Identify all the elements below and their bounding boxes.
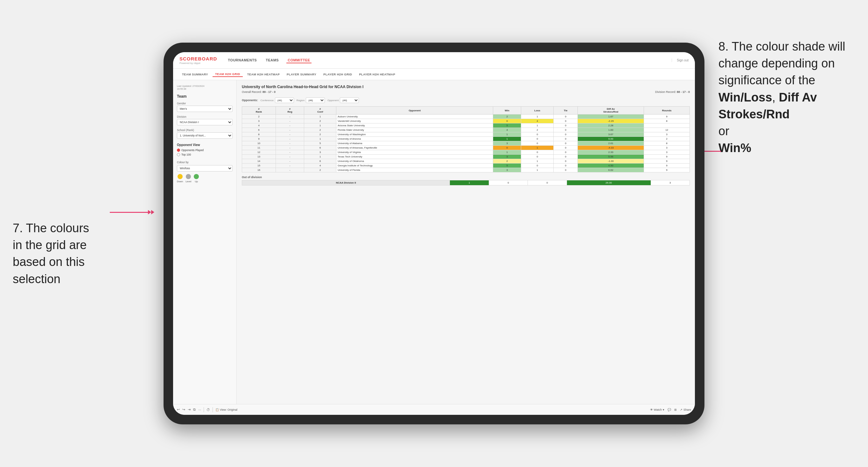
nav-committee[interactable]: COMMITTEE	[286, 58, 311, 63]
view-label: 📋 View: Original	[215, 408, 237, 411]
forward-icon[interactable]: ⇥	[188, 407, 191, 412]
logo-text: SCOREBOARD	[180, 56, 217, 61]
level-dot	[186, 174, 191, 179]
top-nav: SCOREBOARD Powered by clippd TOURNAMENTS…	[173, 52, 695, 69]
radio-top100[interactable]: Top 100	[177, 153, 232, 156]
left-annotation-arrow	[110, 210, 154, 214]
clock-icon[interactable]: ⏱	[207, 408, 210, 412]
out-of-division-label: Out of division	[242, 176, 690, 179]
table-header-row: #Rank #Reg #Conf Opponent Win Loss Tie D…	[242, 106, 690, 115]
table-row: 10 - 5 University of Alabama 3 0 0 2.61 …	[242, 141, 690, 146]
watch-button[interactable]: 👁 Watch ▾	[650, 408, 664, 411]
table-row: 12 - 3 University of Virginia 1 0 0 2.33…	[242, 150, 690, 155]
sub-tab-team-summary[interactable]: TEAM SUMMARY	[180, 72, 211, 77]
grid-icon[interactable]: ⊞	[674, 408, 677, 411]
share-button[interactable]: ↗ Share	[680, 408, 691, 411]
table-row: 3 - 2 Vanderbilt University 0 4 0 -2.29 …	[242, 119, 690, 123]
table-row: 4 - 1 Arizona State University 5 1 0 2.2…	[242, 123, 690, 128]
filter-row: Opponents: Conference (All) Region (All)…	[242, 97, 690, 103]
gender-label: Gender	[177, 102, 232, 105]
annotation-right: 8. The colour shade will change dependin…	[718, 38, 859, 157]
conference-select[interactable]: (All)	[275, 97, 294, 103]
col-rank: #Rank	[242, 106, 276, 115]
annotation-left: 7. The colours in the grid are based on …	[13, 220, 102, 288]
sub-tab-team-h2h-heatmap[interactable]: TEAM H2H HEATMAP	[245, 72, 282, 77]
col-rounds: Rounds	[644, 106, 690, 115]
colour-legend: Down Level Up	[177, 174, 232, 183]
nav-tournaments[interactable]: TOURNAMENTS	[226, 58, 258, 63]
undo-icon[interactable]: ↩	[177, 407, 180, 412]
col-opponent: Opponent	[336, 106, 493, 115]
legend-up: Up	[194, 174, 199, 183]
copy-icon[interactable]: ⧉	[193, 407, 196, 412]
col-conf: #Conf	[304, 106, 336, 115]
main-content: Last Updated: 27/03/2024 16:55:38 Team G…	[173, 80, 695, 404]
radio-dot-opponents	[177, 149, 180, 152]
col-tie: Tie	[554, 106, 578, 115]
radio-dot-top100	[177, 153, 180, 156]
sub-tab-player-summary[interactable]: PLAYER SUMMARY	[284, 72, 319, 77]
col-diff: Diff AvStrokes/Rnd	[578, 106, 644, 115]
region-filter: Region (All)	[297, 97, 325, 103]
table-row: 13 - 1 Texas Tech University 3 0 0 5.56 …	[242, 155, 690, 159]
division-record: Division Record: 88 - 17 - 0	[655, 90, 690, 94]
bottom-toolbar: ↩ ↪ ⇥ ⧉ ··· ⏱ 📋 View: Original 👁 Watch ▾…	[173, 404, 695, 415]
region-select[interactable]: (All)	[306, 97, 325, 103]
last-updated: Last Updated: 27/03/2024 16:55:38	[177, 85, 232, 90]
col-reg: #Reg	[276, 106, 304, 115]
colour-by-select[interactable]: Win/loss	[177, 165, 232, 172]
nav-teams[interactable]: TEAMS	[265, 58, 280, 63]
table-row: 11 - 6 University of Arkansas, Fayettevi…	[242, 146, 690, 150]
sub-tab-player-h2h-heatmap[interactable]: PLAYER H2H HEATMAP	[356, 72, 398, 77]
logo-sub: Powered by clippd	[180, 62, 217, 65]
logo-area: SCOREBOARD Powered by clippd	[180, 56, 217, 65]
conference-filter: Conference (All)	[260, 97, 294, 103]
toolbar-right: 👁 Watch ▾ 💬 ⊞ ↗ Share	[650, 408, 691, 411]
sub-nav: TEAM SUMMARY TEAM H2H GRID TEAM H2H HEAT…	[173, 69, 695, 80]
grid-title: University of North Carolina Head-to-Hea…	[242, 85, 690, 89]
more-icon[interactable]: ···	[198, 408, 201, 412]
table-row: 15 - 4 Georgia Institute of Technology 5…	[242, 163, 690, 168]
table-row: 16 - 2 University of Florida 3 1 0 6.62 …	[242, 168, 690, 173]
table-row: 14 - 6 University of Oklahoma 2 1 0 -1.0…	[242, 159, 690, 163]
opponent-filter: Opponent (All)	[328, 97, 359, 103]
filter-opponents-label: Opponents:	[242, 99, 258, 102]
table-row: 8 - 2 University of Washington 1 0 0 3.6…	[242, 132, 690, 137]
nav-links: TOURNAMENTS TEAMS COMMITTEE	[226, 58, 672, 63]
col-loss: Loss	[521, 106, 554, 115]
tablet-frame: SCOREBOARD Powered by clippd TOURNAMENTS…	[163, 43, 705, 424]
grid-subtitle: Overall Record: 89 - 17 - 0 Division Rec…	[242, 90, 690, 94]
legend-level: Level	[186, 174, 191, 183]
sign-out[interactable]: Sign out	[672, 59, 688, 62]
toolbar-sep2	[213, 407, 213, 412]
division-select[interactable]: NCAA Division I	[177, 119, 232, 125]
redo-icon[interactable]: ↪	[182, 407, 185, 412]
toolbar-sep1	[204, 407, 204, 412]
division-label: Division	[177, 115, 232, 118]
gender-select[interactable]: Men's	[177, 105, 232, 112]
table-row: 9 - 1 University of Arizona 1 0 0 9.00 2	[242, 137, 690, 141]
sub-tab-player-h2h-grid[interactable]: PLAYER H2H GRID	[321, 72, 354, 77]
sub-tab-team-h2h-grid[interactable]: TEAM H2H GRID	[213, 71, 243, 77]
out-of-division-table: NCAA Division II 1 0 0 26.00 3	[242, 180, 690, 185]
grid-area: University of North Carolina Head-to-Hea…	[237, 80, 695, 404]
overall-record: Overall Record: 89 - 17 - 0	[242, 90, 276, 94]
opponent-select[interactable]: (All)	[340, 97, 359, 103]
col-win: Win	[493, 106, 521, 115]
out-division-row: NCAA Division II 1 0 0 26.00 3	[242, 180, 690, 185]
team-section-title: Team	[177, 94, 232, 99]
down-dot	[178, 174, 183, 179]
legend-down: Down	[177, 174, 183, 183]
radio-opponents-played[interactable]: Opponents Played	[177, 149, 232, 152]
table-row: 2 - 1 Auburn University 2 1 0 1.67 9	[242, 115, 690, 119]
tablet-screen: SCOREBOARD Powered by clippd TOURNAMENTS…	[173, 52, 695, 415]
comment-icon[interactable]: 💬	[668, 408, 671, 411]
up-dot	[194, 174, 199, 179]
colour-by-label: Colour by	[177, 161, 232, 164]
data-table: #Rank #Reg #Conf Opponent Win Loss Tie D…	[242, 106, 690, 173]
sidebar: Last Updated: 27/03/2024 16:55:38 Team G…	[173, 80, 237, 404]
school-label: School (Rank)	[177, 128, 232, 132]
table-row: 6 - 2 Florida State University 4 2 0 1.8…	[242, 128, 690, 132]
school-select[interactable]: 1. University of Nort...	[177, 132, 232, 139]
opponent-view-title: Opponent View	[177, 143, 232, 147]
